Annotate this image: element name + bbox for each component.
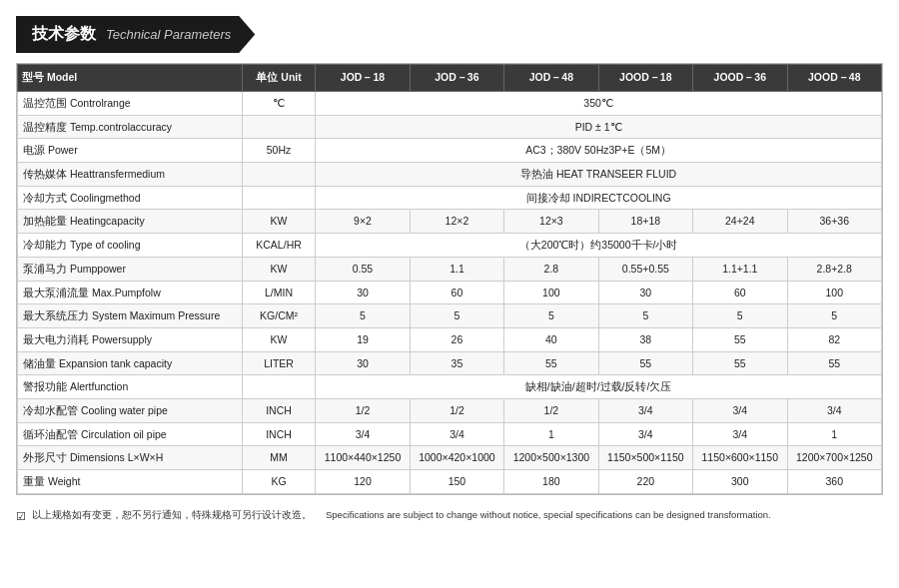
table-row: 温控精度 Temp.controlaccuracyPID ± 1℃: [18, 115, 882, 139]
cell-jod48: 55: [504, 351, 598, 375]
cell-param: 循环油配管 Circulation oil pipe: [18, 422, 243, 446]
col-jod48: JOD－48: [504, 65, 598, 92]
cell-param: 外形尺寸 Dimensions L×W×H: [18, 446, 243, 470]
cell-jod18: 120: [316, 470, 410, 494]
footer-text-zh: 以上规格如有变更，恕不另行通知，特殊规格可另行设计改造。: [32, 509, 312, 522]
cell-param: 冷却能力 Type of cooling: [18, 234, 243, 258]
cell-jod36: 35: [410, 351, 503, 375]
cell-unit: KW: [242, 327, 315, 351]
cell-unit: [242, 186, 315, 210]
cell-jod48: 1: [504, 422, 598, 446]
col-jod18: JOD－18: [316, 65, 410, 92]
cell-unit: KCAL/HR: [242, 234, 315, 258]
table-row: 泵浦马力 PumppowerKW0.551.12.80.55+0.551.1+1…: [18, 257, 882, 281]
cell-jod18: 19: [316, 327, 410, 351]
cell-unit: [242, 375, 315, 399]
cell-unit: [242, 163, 315, 187]
col-model: 型号 Model: [18, 65, 243, 92]
cell-jood48: 2.8+2.8: [787, 257, 881, 281]
cell-param: 警报功能 Alertfunction: [18, 375, 243, 399]
cell-unit: KG: [242, 470, 315, 494]
table-row: 警报功能 Alertfunction缺相/缺油/超时/过载/反转/欠压: [18, 375, 882, 399]
col-jood18: JOOD－18: [598, 65, 692, 92]
cell-jood48: 82: [787, 327, 881, 351]
table-row: 传热媒体 Heattransfermedium导热油 HEAT TRANSEER…: [18, 163, 882, 187]
cell-jod18: 1/2: [316, 398, 410, 422]
params-table-wrapper: 型号 Model 单位 Unit JOD－18 JOD－36 JOD－48 JO…: [16, 63, 883, 495]
header-section: 技术参数 Technical Parameters: [0, 0, 899, 63]
cell-jod18: 1100×440×1250: [316, 446, 410, 470]
table-row: 电源 Power50HzAC3；380V 50Hz3P+E（5M）: [18, 139, 882, 163]
cell-jod36: 1/2: [410, 398, 503, 422]
cell-span: AC3；380V 50Hz3P+E（5M）: [316, 139, 882, 163]
footer-icon: ☑: [16, 510, 26, 523]
cell-span: 350℃: [316, 92, 882, 116]
cell-jood36: 3/4: [693, 398, 787, 422]
title-en: Technical Parameters: [106, 27, 231, 42]
cell-span: （大200℃时）约35000千卡/小时: [316, 234, 882, 258]
footer-section: ☑ 以上规格如有变更，恕不另行通知，特殊规格可另行设计改造。 Specifica…: [0, 503, 899, 533]
cell-jood36: 1150×600×1150: [693, 446, 787, 470]
table-row: 加热能量 HeatingcapacityKW9×212×212×318+1824…: [18, 210, 882, 234]
cell-jod48: 100: [504, 281, 598, 304]
cell-unit: ℃: [242, 92, 315, 116]
cell-jood36: 5: [693, 304, 787, 328]
cell-jood48: 1: [787, 422, 881, 446]
col-unit: 单位 Unit: [242, 65, 315, 92]
cell-jood18: 5: [598, 304, 692, 328]
cell-jood48: 1200×700×1250: [787, 446, 881, 470]
cell-jod48: 12×3: [504, 210, 598, 234]
cell-param: 冷却水配管 Cooling water pipe: [18, 398, 243, 422]
cell-jood36: 24+24: [693, 210, 787, 234]
cell-jood18: 220: [598, 470, 692, 494]
cell-jod36: 12×2: [410, 210, 503, 234]
cell-param: 冷却方式 Coolingmethod: [18, 186, 243, 210]
cell-param: 最大电力消耗 Powersupply: [18, 327, 243, 351]
cell-unit: 50Hz: [242, 139, 315, 163]
cell-jod48: 2.8: [504, 257, 598, 281]
table-row: 冷却能力 Type of coolingKCAL/HR（大200℃时）约3500…: [18, 234, 882, 258]
cell-jood18: 3/4: [598, 422, 692, 446]
col-jod36: JOD－36: [410, 65, 503, 92]
cell-span: 导热油 HEAT TRANSEER FLUID: [316, 163, 882, 187]
cell-jood18: 18+18: [598, 210, 692, 234]
table-row: 储油量 Expansion tank capacityLITER30355555…: [18, 351, 882, 375]
cell-jod48: 1200×500×1300: [504, 446, 598, 470]
cell-span: 缺相/缺油/超时/过载/反转/欠压: [316, 375, 882, 399]
cell-unit: INCH: [242, 422, 315, 446]
table-row: 最大电力消耗 PowersupplyKW192640385582: [18, 327, 882, 351]
cell-param: 泵浦马力 Pumppower: [18, 257, 243, 281]
cell-param: 储油量 Expansion tank capacity: [18, 351, 243, 375]
cell-jod36: 5: [410, 304, 503, 328]
footer-text-en: Specifications are subject to change wit…: [326, 509, 771, 520]
cell-jood18: 30: [598, 281, 692, 304]
table-row: 循环油配管 Circulation oil pipeINCH3/43/413/4…: [18, 422, 882, 446]
cell-jod48: 180: [504, 470, 598, 494]
cell-unit: L/MIN: [242, 281, 315, 304]
table-row: 冷却方式 Coolingmethod间接冷却 INDIRECTCOOLING: [18, 186, 882, 210]
cell-param: 电源 Power: [18, 139, 243, 163]
cell-jod36: 1.1: [410, 257, 503, 281]
cell-param: 温控精度 Temp.controlaccuracy: [18, 115, 243, 139]
cell-jood36: 1.1+1.1: [693, 257, 787, 281]
cell-jod18: 5: [316, 304, 410, 328]
cell-unit: KG/CM²: [242, 304, 315, 328]
cell-unit: INCH: [242, 398, 315, 422]
cell-jood36: 60: [693, 281, 787, 304]
cell-jood36: 55: [693, 327, 787, 351]
table-row: 最大系统压力 System Maximum PressureKG/CM²5555…: [18, 304, 882, 328]
cell-unit: KW: [242, 257, 315, 281]
cell-jood48: 36+36: [787, 210, 881, 234]
cell-jod18: 30: [316, 281, 410, 304]
cell-unit: KW: [242, 210, 315, 234]
cell-param: 最大泵浦流量 Max.Pumpfolw: [18, 281, 243, 304]
cell-jod18: 30: [316, 351, 410, 375]
cell-jood18: 0.55+0.55: [598, 257, 692, 281]
cell-jod18: 3/4: [316, 422, 410, 446]
table-row: 温控范围 Controlrange℃350℃: [18, 92, 882, 116]
params-table: 型号 Model 单位 Unit JOD－18 JOD－36 JOD－48 JO…: [17, 64, 882, 494]
cell-jod18: 0.55: [316, 257, 410, 281]
cell-param: 加热能量 Heatingcapacity: [18, 210, 243, 234]
cell-param: 温控范围 Controlrange: [18, 92, 243, 116]
cell-jod36: 1000×420×1000: [410, 446, 503, 470]
